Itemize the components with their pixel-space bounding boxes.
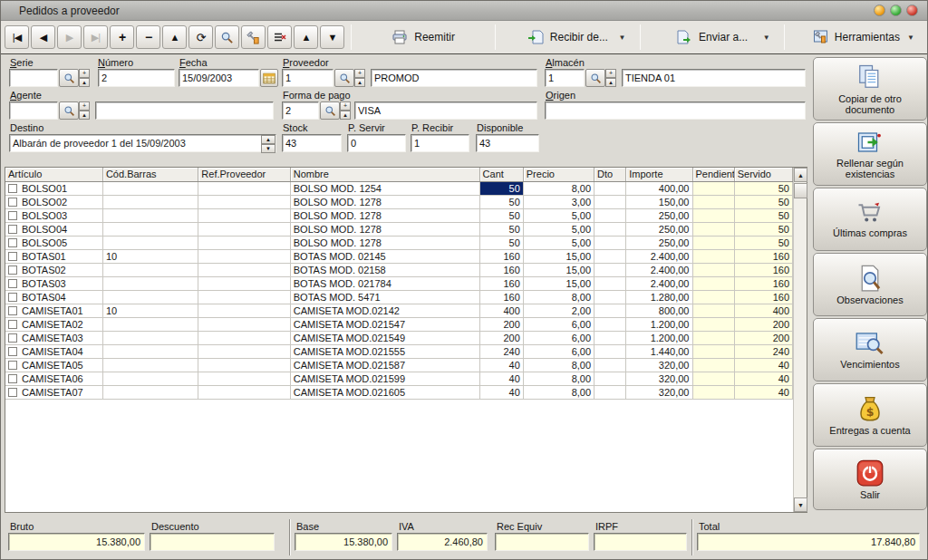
- grid-cell[interactable]: 5,00: [523, 222, 594, 236]
- grid-cell[interactable]: [692, 304, 734, 317]
- grid-cell[interactable]: 8,00: [523, 290, 594, 304]
- forma-pago-spinner[interactable]: +▴: [340, 101, 351, 120]
- serie-search-button[interactable]: [59, 69, 79, 87]
- grid-cell[interactable]: [102, 208, 198, 222]
- grid-cell[interactable]: CAMISETA02: [5, 317, 102, 331]
- grid-cell[interactable]: 40: [479, 358, 523, 372]
- grid-cell[interactable]: 50: [734, 195, 792, 208]
- scrollbar-thumb[interactable]: [794, 183, 807, 198]
- add-record-button[interactable]: +: [110, 25, 134, 49]
- forma-pago-search-button[interactable]: [320, 101, 340, 120]
- grid-cell[interactable]: 400: [734, 304, 792, 317]
- grid-cell[interactable]: CAMISETA05: [5, 358, 102, 372]
- grid-cell[interactable]: [102, 290, 198, 304]
- row-checkbox[interactable]: [8, 279, 17, 288]
- grid-cell[interactable]: [102, 181, 198, 195]
- grid-cell[interactable]: 3,00: [523, 195, 594, 208]
- row-checkbox[interactable]: [8, 198, 17, 207]
- grid-cell[interactable]: 5,00: [523, 236, 594, 249]
- copiar-de-otro-documento-button[interactable]: Copiar de otro documento: [813, 57, 927, 121]
- grid-cell[interactable]: 15,00: [523, 276, 594, 290]
- grid-cell[interactable]: [594, 372, 626, 385]
- grid-cell[interactable]: 2.400,00: [626, 249, 692, 263]
- grid-cell[interactable]: 250,00: [626, 236, 692, 249]
- grid-cell[interactable]: 10: [102, 249, 198, 263]
- grid-cell[interactable]: [198, 263, 290, 276]
- grid-cell[interactable]: [692, 358, 734, 372]
- row-checkbox[interactable]: [8, 361, 17, 370]
- grid-cell[interactable]: CAMISETA MOD.02142: [290, 304, 479, 317]
- grid-cell[interactable]: BOTAS01: [5, 249, 102, 263]
- fecha-calendar-button[interactable]: [260, 69, 278, 87]
- grid-cell[interactable]: 240: [734, 344, 792, 358]
- grid-cell[interactable]: [102, 317, 198, 331]
- grid-cell[interactable]: 200: [479, 317, 523, 331]
- ultimas-compras-button[interactable]: Últimas compras: [813, 188, 927, 251]
- agente-search-button[interactable]: [59, 101, 79, 120]
- grid-cell[interactable]: 160: [734, 263, 792, 276]
- almacen-code-input[interactable]: [545, 69, 585, 87]
- grid-cell[interactable]: [198, 222, 290, 236]
- grid-cell[interactable]: 6,00: [523, 344, 594, 358]
- grid-cell[interactable]: [594, 276, 626, 290]
- entregas-a-cuenta-button[interactable]: $ Entregas a cuenta: [813, 383, 927, 447]
- column-header[interactable]: Precio: [523, 168, 594, 181]
- grid-cell[interactable]: BOLSO MOD. 1278: [290, 195, 479, 208]
- row-checkbox[interactable]: [8, 347, 17, 356]
- row-checkbox[interactable]: [8, 333, 17, 343]
- grid-cell[interactable]: 50: [734, 236, 792, 249]
- confirm-button[interactable]: ▲: [162, 25, 187, 49]
- scroll-up-button[interactable]: ▲: [794, 168, 807, 182]
- grid-cell[interactable]: CAMISETA06: [5, 372, 102, 385]
- grid-cell[interactable]: CAMISETA MOD.021605: [290, 385, 479, 399]
- column-header[interactable]: Ref.Proveedor: [198, 168, 290, 181]
- grid-cell[interactable]: [594, 358, 626, 372]
- grid-cell[interactable]: [198, 208, 290, 222]
- grid-cell[interactable]: [594, 222, 626, 236]
- grid-cell[interactable]: 50: [479, 181, 523, 195]
- grid-cell[interactable]: 2,00: [523, 304, 594, 317]
- column-header[interactable]: Artículo: [5, 168, 102, 181]
- grid-cell[interactable]: [594, 195, 626, 208]
- row-checkbox[interactable]: [8, 306, 17, 315]
- grid-cell[interactable]: [594, 304, 626, 317]
- origen-field[interactable]: [545, 101, 806, 120]
- grid-cell[interactable]: [102, 358, 198, 372]
- grid-cell[interactable]: 40: [734, 372, 792, 385]
- grid-cell[interactable]: 250,00: [626, 222, 692, 236]
- grid-cell[interactable]: [198, 236, 290, 249]
- move-down-button[interactable]: ▼: [320, 25, 344, 49]
- grid-cell[interactable]: BOTAS MOD. 021784: [290, 276, 479, 290]
- grid-cell[interactable]: 6,00: [523, 331, 594, 344]
- grid-cell[interactable]: BOLSO MOD. 1278: [290, 236, 479, 249]
- almacen-name-field[interactable]: [622, 69, 806, 87]
- reemitir-button[interactable]: Reemitir: [356, 24, 490, 50]
- grid-cell[interactable]: [102, 236, 198, 249]
- grid-cell[interactable]: 800,00: [626, 304, 692, 317]
- grid-cell[interactable]: [198, 372, 290, 385]
- grid-cell[interactable]: CAMISETA MOD.021555: [290, 344, 479, 358]
- grid-cell[interactable]: BOTAS MOD. 5471: [290, 290, 479, 304]
- grid-cell[interactable]: 320,00: [626, 372, 692, 385]
- grid-cell[interactable]: 160: [479, 263, 523, 276]
- grid-cell[interactable]: 40: [479, 385, 523, 399]
- grid-cell[interactable]: BOLSO01: [5, 181, 102, 195]
- grid-cell[interactable]: [198, 344, 290, 358]
- grid-cell[interactable]: [102, 344, 198, 358]
- grid-cell[interactable]: 50: [479, 208, 523, 222]
- grid-cell[interactable]: CAMISETA MOD.021549: [290, 331, 479, 344]
- grid-cell[interactable]: [198, 304, 290, 317]
- column-header[interactable]: Importe: [626, 168, 692, 181]
- grid-cell[interactable]: 6,00: [523, 317, 594, 331]
- grid-cell[interactable]: 8,00: [523, 385, 594, 399]
- grid-cell[interactable]: BOLSO03: [5, 208, 102, 222]
- refresh-button[interactable]: ⟳: [188, 25, 213, 49]
- grid-cell[interactable]: [594, 263, 626, 276]
- grid-cell[interactable]: [198, 276, 290, 290]
- grid-cell[interactable]: 160: [734, 276, 792, 290]
- forma-pago-code-input[interactable]: [282, 101, 319, 120]
- grid-cell[interactable]: [198, 249, 290, 263]
- grid-cell[interactable]: 160: [479, 276, 523, 290]
- grid-cell[interactable]: [692, 344, 734, 358]
- herramientas-dropdown-icon[interactable]: ▼: [907, 34, 914, 42]
